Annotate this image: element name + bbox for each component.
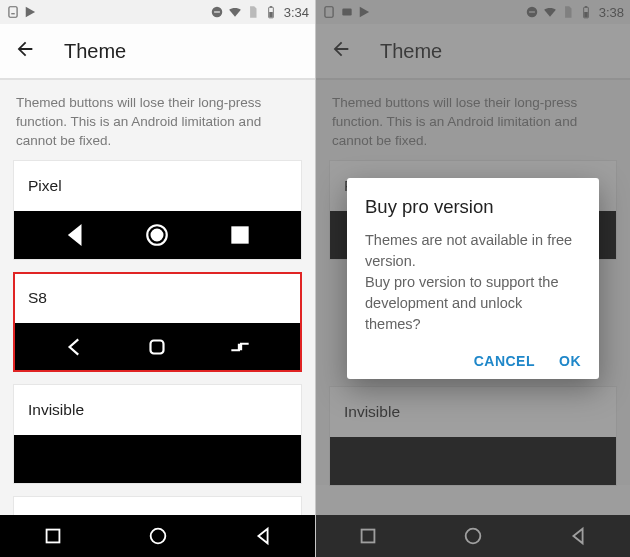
buy-pro-dialog: Buy pro version Themes are not available…	[347, 178, 599, 379]
nav-back-icon	[62, 334, 88, 360]
back-button[interactable]	[14, 38, 36, 64]
screenshot-right: 3:38 Theme Themed buttons will lose thei…	[316, 0, 630, 557]
play-store-icon	[24, 5, 38, 19]
dialog-title: Buy pro version	[365, 196, 581, 218]
battery-icon	[264, 5, 278, 19]
wifi-icon	[228, 5, 242, 19]
svg-rect-1	[11, 13, 15, 14]
svg-point-8	[152, 229, 163, 240]
svg-rect-6	[270, 6, 272, 7]
nav-home-icon	[144, 334, 170, 360]
system-back-button[interactable]	[252, 525, 274, 547]
cancel-button[interactable]: CANCEL	[474, 353, 535, 369]
notification-icon	[6, 5, 20, 19]
nav-home-icon	[144, 222, 170, 248]
theme-preview-invisible	[14, 435, 301, 483]
dialog-message-line2: Buy pro version to support the developme…	[365, 274, 558, 332]
theme-label: S8	[14, 273, 301, 323]
theme-list: Themed buttons will lose their long-pres…	[0, 80, 315, 547]
svg-rect-11	[46, 530, 59, 543]
status-clock: 3:34	[284, 5, 309, 20]
status-icons-left	[6, 5, 38, 19]
svg-rect-0	[9, 7, 17, 18]
system-recents-button[interactable]	[42, 525, 64, 547]
svg-rect-9	[232, 227, 247, 242]
ok-button[interactable]: OK	[559, 353, 581, 369]
system-home-button[interactable]	[147, 525, 169, 547]
theme-card-s8[interactable]: S8	[14, 273, 301, 371]
page-title: Theme	[64, 40, 126, 63]
dialog-message-line1: Themes are not available in free version…	[365, 232, 572, 269]
app-toolbar: Theme	[0, 24, 315, 78]
svg-rect-5	[269, 12, 273, 17]
no-sim-icon	[246, 5, 260, 19]
svg-rect-10	[151, 340, 164, 353]
svg-rect-3	[214, 11, 220, 12]
nav-back-icon	[62, 222, 88, 248]
dialog-actions: CANCEL OK	[365, 349, 581, 373]
dialog-message: Themes are not available in free version…	[365, 230, 581, 335]
theme-preview-pixel	[14, 211, 301, 259]
dialog-scrim[interactable]: Buy pro version Themes are not available…	[316, 0, 630, 557]
theme-label: Invisible	[14, 385, 301, 435]
nav-recents-icon	[227, 334, 253, 360]
theme-card-pixel[interactable]: Pixel	[14, 161, 301, 259]
status-bar: 3:34	[0, 0, 315, 24]
theme-card-invisible[interactable]: Invisible	[14, 385, 301, 483]
theme-preview-s8	[14, 323, 301, 371]
dnd-icon	[210, 5, 224, 19]
hint-text: Themed buttons will lose their long-pres…	[14, 90, 301, 161]
svg-point-12	[150, 529, 165, 544]
system-nav-bar	[0, 515, 315, 557]
screenshot-left: 3:34 Theme Themed buttons will lose thei…	[0, 0, 316, 557]
status-icons-right: 3:34	[210, 5, 309, 20]
theme-label: Pixel	[14, 161, 301, 211]
nav-recents-icon	[227, 222, 253, 248]
